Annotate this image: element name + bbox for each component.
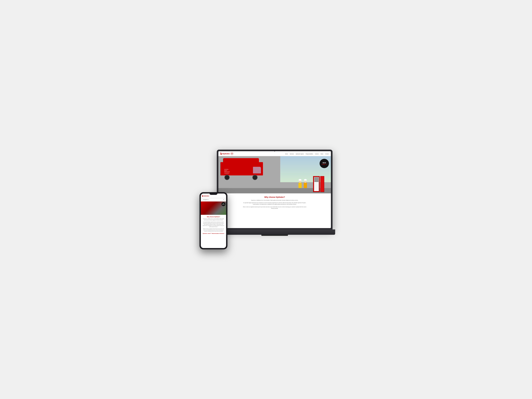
hero-van-wheel-front	[252, 175, 258, 180]
phone-para-2: As specialist highly experienced sub-con…	[203, 222, 224, 228]
circuit-6	[314, 181, 318, 182]
content-para-1: Experience, reliability and our core pri…	[243, 200, 307, 201]
logo-bar-tall	[221, 152, 221, 155]
cabinet-left-panel	[313, 176, 320, 192]
new-badge: NEW smart™ 2	[320, 159, 329, 168]
hero-van-logo-name: ■ Hydratec	[224, 169, 228, 170]
new-badge-smart-text: smart™ 2	[322, 164, 327, 165]
phone-screen: Hydratec Navigate to... ▾ NEW smart™2	[201, 194, 226, 248]
phone-brand-name: Hydratec	[203, 195, 209, 197]
content-para-2: As specialist highly experienced sub-con…	[243, 202, 307, 205]
circuit-3	[314, 179, 318, 179]
nav-links: About Services Hydraulic Spares Responsi…	[285, 152, 329, 155]
phone-smart-text: smart™2	[222, 204, 225, 205]
hero-cabinet	[313, 176, 324, 192]
nav-30-badge: 30	[231, 152, 233, 155]
nav-link-services[interactable]: Services	[290, 152, 294, 155]
nav-link-news[interactable]: News	[321, 152, 323, 155]
worker1-helmet	[299, 179, 301, 181]
phone-body: Hydratec Navigate to... ▾ NEW smart™2	[200, 192, 228, 249]
circuit-2	[314, 178, 318, 179]
hero-van-text: ■ Hydratec Repairs Modernisation Consult…	[224, 169, 230, 174]
laptop-body: Hydratec 30 About Services Hydraulic Spa…	[217, 150, 333, 230]
laptop-content: Why choose Hydratec? Experience, reliabi…	[218, 193, 331, 228]
worker1-vest	[298, 183, 302, 188]
website: Hydratec 30 About Services Hydraulic Spa…	[218, 151, 331, 228]
phone-para-1: Experience, reliability and our core pri…	[203, 218, 224, 221]
laptop-camera	[274, 150, 275, 152]
cabinet-interior	[314, 177, 319, 191]
circuit-4	[314, 180, 318, 180]
phone-bar-tall	[202, 195, 203, 197]
content-title: Why choose Hydratec?	[226, 196, 323, 198]
phone-dropdown-label: Navigate to...	[203, 199, 209, 200]
phone-bar-short	[203, 196, 203, 197]
laptop: Hydratec 30 About Services Hydraulic Spa…	[217, 150, 333, 235]
phone-hero: NEW smart™2	[201, 202, 226, 215]
hero-worker-2	[304, 179, 307, 188]
laptop-hero: ■ Hydratec Repairs Modernisation Consult…	[218, 156, 331, 193]
hero-worker-1	[298, 179, 302, 188]
hero-van-repairs: Repairs	[224, 170, 227, 171]
nav-logo-icon	[221, 152, 222, 155]
scene: Hydratec 30 About Services Hydraulic Spa…	[200, 150, 333, 249]
hero-van-modernisation: Modernisation	[224, 171, 230, 172]
nav-link-careers[interactable]: Careers	[315, 152, 319, 155]
phone-dropdown-arrow: ▾	[223, 199, 224, 200]
nav-link-contact[interactable]: Contact	[325, 152, 329, 155]
worker2-vest	[304, 183, 307, 188]
nav-link-hydraulic[interactable]: Hydraulic Spares	[296, 152, 304, 155]
circuit-1	[314, 177, 318, 178]
nav-brand-name: Hydratec	[222, 153, 230, 155]
cabinet-right-panel	[320, 176, 324, 192]
hero-van-consultancy: Consultancy	[224, 173, 229, 174]
laptop-nav: Hydratec 30 About Services Hydraulic Spa…	[218, 151, 331, 156]
worker1-head	[299, 181, 301, 183]
hero-van: ■ Hydratec Repairs Modernisation Consult…	[220, 158, 263, 179]
logo-bar-short	[221, 153, 222, 155]
nav-logo: Hydratec 30	[221, 152, 233, 155]
worker2-head	[304, 181, 306, 183]
laptop-foot	[261, 235, 288, 236]
phone-content: Why choose Hydratec? Experience, reliabi…	[201, 215, 226, 248]
phone-logo-icon	[202, 195, 203, 197]
worker2-helmet	[304, 179, 307, 181]
phone-content-title: Why choose Hydratec?	[203, 216, 224, 217]
laptop-base	[214, 229, 335, 235]
phone-nav-dropdown[interactable]: Navigate to... ▾	[202, 198, 225, 201]
nav-link-responsibilities[interactable]: Responsibilities	[306, 152, 313, 155]
phone-para-3: When on-site our engineers become part o…	[203, 228, 224, 232]
content-para-3: When on-site our engineers become part o…	[243, 206, 307, 209]
hero-van-wheel-back	[224, 175, 230, 180]
phone-new-badge: NEW smart™2	[222, 202, 225, 206]
hero-van-window	[253, 167, 261, 173]
phone-section-link[interactable]: Hydratec smart™ Modernisation Solutions	[203, 233, 224, 234]
phone-notch	[209, 192, 217, 195]
nav-link-about[interactable]: About	[285, 152, 288, 155]
hero-van-body: ■ Hydratec Repairs Modernisation Consult…	[220, 162, 263, 175]
phone: Hydratec Navigate to... ▾ NEW smart™2	[200, 192, 228, 249]
laptop-screen: Hydratec 30 About Services Hydraulic Spa…	[218, 151, 331, 228]
circuit-5	[314, 181, 318, 181]
new-badge-new-text: NEW	[323, 162, 326, 164]
